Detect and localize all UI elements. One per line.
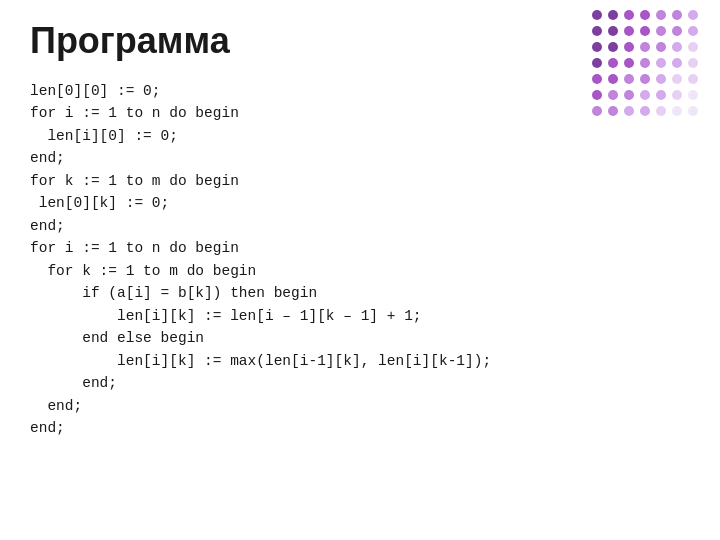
- decoration-dot: [640, 42, 650, 52]
- decoration-dot: [624, 106, 634, 116]
- decoration-dot: [608, 10, 618, 20]
- decoration-dot: [592, 58, 602, 68]
- decoration-dot: [656, 106, 666, 116]
- decoration-dot: [608, 90, 618, 100]
- decoration-dot: [592, 26, 602, 36]
- decoration-dot: [624, 58, 634, 68]
- decoration-dot: [688, 74, 698, 84]
- decoration-dot: [656, 58, 666, 68]
- decoration-dot: [608, 26, 618, 36]
- decoration-dot: [688, 106, 698, 116]
- decoration-dot: [672, 58, 682, 68]
- decoration-dot: [592, 42, 602, 52]
- decoration-dot: [640, 74, 650, 84]
- dot-grid-decoration: [592, 10, 702, 120]
- decoration-dot: [672, 26, 682, 36]
- decoration-dot: [656, 10, 666, 20]
- decoration-dot: [656, 74, 666, 84]
- decoration-dot: [672, 74, 682, 84]
- code-block: len[0][0] := 0; for i := 1 to n do begin…: [30, 80, 690, 440]
- decoration-dot: [656, 26, 666, 36]
- decoration-dot: [608, 74, 618, 84]
- decoration-dot: [608, 42, 618, 52]
- decoration-dot: [656, 42, 666, 52]
- page-title: Программа: [30, 20, 690, 62]
- decoration-dot: [624, 26, 634, 36]
- page-container: Программа len[0][0] := 0; for i := 1 to …: [0, 0, 720, 540]
- decoration-dot: [672, 106, 682, 116]
- decoration-dot: [640, 10, 650, 20]
- decoration-dot: [688, 58, 698, 68]
- decoration-dot: [640, 106, 650, 116]
- decoration-dot: [672, 42, 682, 52]
- decoration-dot: [688, 42, 698, 52]
- decoration-dot: [640, 58, 650, 68]
- decoration-dot: [640, 26, 650, 36]
- decoration-dot: [592, 74, 602, 84]
- decoration-dot: [624, 74, 634, 84]
- decoration-dot: [688, 26, 698, 36]
- decoration-dot: [592, 106, 602, 116]
- decoration-dot: [656, 90, 666, 100]
- decoration-dot: [608, 58, 618, 68]
- decoration-dot: [672, 10, 682, 20]
- decoration-dot: [624, 42, 634, 52]
- decoration-dot: [608, 106, 618, 116]
- decoration-dot: [688, 10, 698, 20]
- decoration-dot: [624, 90, 634, 100]
- decoration-dot: [624, 10, 634, 20]
- decoration-dot: [592, 90, 602, 100]
- decoration-dot: [672, 90, 682, 100]
- decoration-dot: [592, 10, 602, 20]
- decoration-dot: [688, 90, 698, 100]
- decoration-dot: [640, 90, 650, 100]
